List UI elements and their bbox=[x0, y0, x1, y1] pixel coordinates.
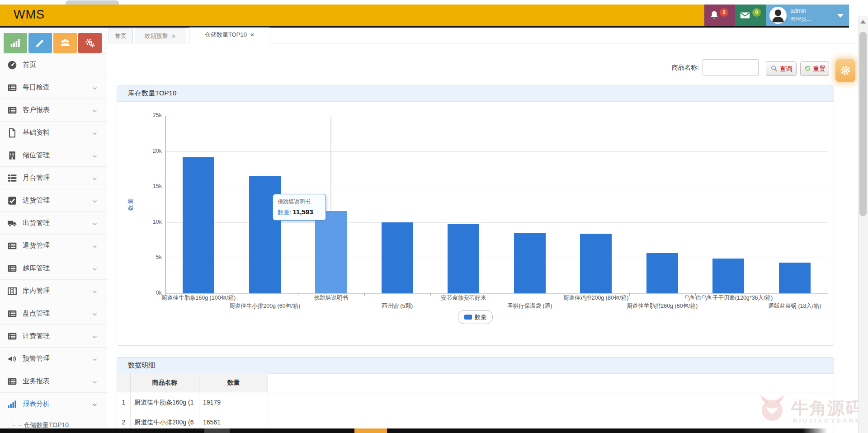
chevron-down-icon bbox=[92, 85, 98, 91]
wms-app: WMS 2 0 admin 管理员... 首页每日检查客户报表基础资料储位管理月… bbox=[0, 0, 868, 433]
browser-strip bbox=[0, 0, 868, 5]
chart-legend[interactable]: 数量 bbox=[117, 310, 834, 324]
chart-panel: 库存数量TOP10 数量 佛跳墙说明书 数量: 11,593 数量 0k5k10… bbox=[117, 85, 834, 346]
user-role: 管理员... bbox=[790, 15, 811, 23]
taskbar-item[interactable] bbox=[204, 428, 230, 433]
sidebar-item-出货管理[interactable]: 出货管理 bbox=[0, 212, 107, 235]
x-axis-category-label: 乌鱼伯乌鱼子干贝酱(120g*36入/箱) bbox=[684, 294, 773, 302]
browser-tab-hint bbox=[66, 0, 119, 5]
tab-效期预警[interactable]: 效期预警 bbox=[135, 28, 185, 43]
sidebar-item-首页[interactable]: 首页 bbox=[0, 53, 107, 76]
users-icon bbox=[60, 38, 71, 48]
rows-icon bbox=[7, 173, 17, 183]
messages-button[interactable]: 0 bbox=[735, 5, 766, 26]
sidebar-item-label: 报表分析 bbox=[23, 400, 50, 408]
sidebar-item-label: 业务报表 bbox=[23, 377, 50, 386]
settings-button[interactable] bbox=[835, 59, 855, 82]
sidebar-item-盘点管理[interactable]: 盘点管理 bbox=[0, 302, 107, 325]
user-menu[interactable]: admin 管理员... bbox=[766, 5, 849, 26]
detail-panel: 数据明细 商品名称数量1厨道佳牛肋条160g (1191792厨道佳牛小排200… bbox=[117, 357, 834, 433]
bar-圣祺行保温袋 (通)[interactable] bbox=[514, 233, 546, 293]
truck-icon bbox=[7, 218, 17, 228]
reset-button[interactable]: 重置 bbox=[800, 61, 829, 76]
shortcut-chart-button[interactable] bbox=[4, 33, 27, 53]
tree-connector bbox=[13, 415, 13, 425]
bar-通版盆菜锅 (18入/箱)[interactable] bbox=[779, 263, 811, 293]
column-header-商品名称[interactable]: 商品名称 bbox=[131, 373, 199, 392]
chevron-down-icon bbox=[92, 198, 98, 204]
chevron-down-icon bbox=[92, 131, 98, 136]
bar-厨道佳羊肋排260g (60包/箱)[interactable] bbox=[646, 253, 678, 293]
bar-厨道佳牛肋条160g (100包/箱)[interactable] bbox=[183, 157, 214, 293]
sidebar-item-每日检查[interactable]: 每日检查 bbox=[0, 76, 107, 99]
sidebar-item-label: 进货管理 bbox=[23, 196, 50, 205]
gridline bbox=[165, 116, 828, 116]
chevron-down-icon bbox=[92, 244, 98, 249]
x-axis-category-label: 佛跳墙说明书 bbox=[314, 294, 348, 302]
y-axis-tick-label: 20k bbox=[136, 148, 162, 154]
close-icon[interactable] bbox=[171, 33, 176, 40]
tree-connector bbox=[13, 425, 21, 426]
sidebar-item-业务报表[interactable]: 业务报表 bbox=[0, 370, 107, 393]
chart-icon bbox=[10, 38, 21, 48]
detail-panel-header: 数据明细 bbox=[117, 358, 834, 374]
column-header-数量[interactable]: 数量 bbox=[199, 373, 268, 392]
legend-swatch-icon bbox=[464, 315, 472, 320]
table-cell: 厨道佳牛肋条160g (1 bbox=[131, 392, 199, 412]
x-axis-tick bbox=[497, 293, 497, 296]
gear-icon bbox=[840, 65, 851, 76]
gears-icon bbox=[85, 38, 95, 48]
taskbar-item-active[interactable] bbox=[354, 428, 387, 433]
bar-西州密 (5颗)[interactable] bbox=[382, 222, 413, 293]
bar-佛跳墙说明书[interactable] bbox=[315, 211, 347, 293]
watermark-logo-icon bbox=[758, 393, 787, 424]
bar-乌鱼伯乌鱼子干贝酱(120g*36入/箱)[interactable] bbox=[712, 259, 744, 293]
film-icon bbox=[7, 286, 17, 296]
list-icon bbox=[7, 377, 17, 386]
sidebar-item-库内管理[interactable]: 库内管理 bbox=[0, 279, 107, 302]
chevron-down-icon bbox=[92, 357, 98, 362]
legend-label: 数量 bbox=[475, 314, 486, 320]
list-icon bbox=[7, 241, 17, 251]
x-axis-category-label: 西州密 (5颗) bbox=[382, 302, 413, 310]
sidebar-item-越库管理[interactable]: 越库管理 bbox=[0, 257, 107, 280]
scrollbar-thumb[interactable] bbox=[859, 32, 867, 216]
gridline bbox=[165, 151, 828, 152]
x-axis-tick bbox=[629, 293, 630, 296]
query-button[interactable]: 查询 bbox=[766, 61, 797, 76]
bar-厨道佳鸡排200g (80包/箱)[interactable] bbox=[580, 234, 612, 293]
envelope-icon bbox=[740, 10, 750, 23]
sidebar-item-月台管理[interactable]: 月台管理 bbox=[0, 166, 107, 189]
shortcut-users-button[interactable] bbox=[53, 33, 77, 53]
detail-panel-title: 数据明细 bbox=[128, 361, 155, 370]
sidebar-item-报表分析[interactable]: 报表分析 bbox=[0, 392, 107, 415]
product-name-input[interactable] bbox=[703, 59, 759, 76]
x-axis-tick bbox=[828, 293, 828, 296]
bar-厨道佳牛小排200g (60包/箱)[interactable] bbox=[249, 176, 281, 293]
list-icon bbox=[7, 309, 17, 319]
sidebar-item-计费管理[interactable]: 计费管理 bbox=[0, 325, 107, 348]
sidebar-item-储位管理[interactable]: 储位管理 bbox=[0, 144, 107, 167]
scroll-up-icon[interactable] bbox=[860, 20, 866, 24]
watermark-subtext: NIUJIAOYUANMA bbox=[793, 418, 868, 424]
y-axis-tick-label: 25k bbox=[136, 112, 162, 118]
sidebar-item-客户报表[interactable]: 客户报表 bbox=[0, 99, 107, 122]
notifications-button[interactable]: 2 bbox=[704, 5, 735, 26]
tab-仓储数量TOP10[interactable]: 仓储数量TOP10 bbox=[189, 27, 270, 43]
shortcut-gears-button[interactable] bbox=[78, 33, 102, 53]
tab-首页[interactable]: 首页 bbox=[108, 28, 133, 43]
column-header-index[interactable] bbox=[117, 373, 131, 392]
sidebar-item-基础资料[interactable]: 基础资料 bbox=[0, 121, 107, 144]
bar-安芯食族安芯好米[interactable] bbox=[448, 224, 479, 293]
close-icon[interactable] bbox=[250, 32, 255, 38]
sidebar-item-label: 越库管理 bbox=[23, 264, 50, 273]
messages-count-badge: 0 bbox=[752, 8, 761, 17]
shortcut-pencil-button[interactable] bbox=[28, 33, 52, 53]
x-axis-category-label: 安芯食族安芯好米 bbox=[441, 294, 486, 302]
sidebar-item-退货管理[interactable]: 退货管理 bbox=[0, 234, 107, 257]
sidebar-item-预警管理[interactable]: 预警管理 bbox=[0, 347, 107, 370]
chevron-down-icon bbox=[92, 153, 98, 159]
sidebar-item-进货管理[interactable]: 进货管理 bbox=[0, 189, 107, 212]
check-icon bbox=[7, 196, 17, 206]
chevron-down-icon bbox=[92, 402, 98, 408]
